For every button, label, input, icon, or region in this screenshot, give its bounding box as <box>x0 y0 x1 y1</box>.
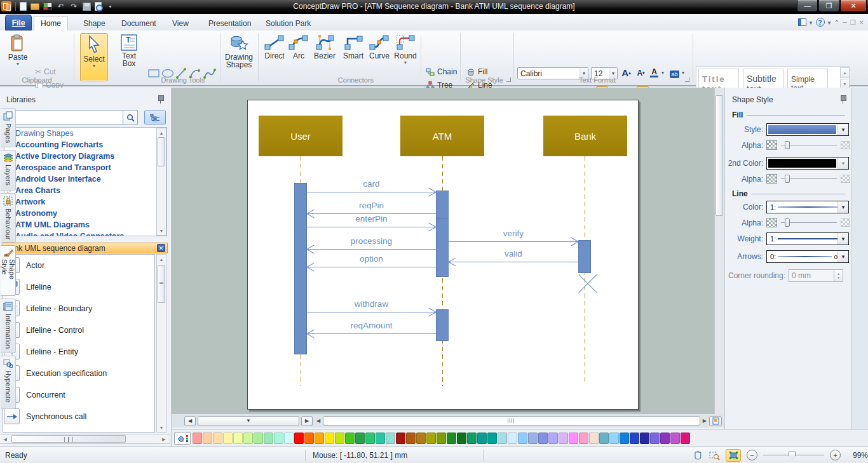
color-swatch[interactable] <box>437 433 446 444</box>
prev-page-button[interactable]: ◀ <box>184 416 196 426</box>
scroll-right-arrow[interactable]: ▶ <box>160 436 168 443</box>
color-swatch[interactable] <box>609 433 619 444</box>
color-swatch[interactable] <box>325 433 334 444</box>
text-box-button[interactable]: T Text Box <box>114 33 144 69</box>
close-library-icon[interactable]: ✕ <box>157 244 165 252</box>
dropdown-chevron[interactable]: ▼ <box>837 251 848 262</box>
zoom-slider[interactable] <box>763 451 824 460</box>
color-swatch[interactable] <box>223 433 233 444</box>
message-reqamount[interactable]: reqAmount <box>307 333 436 334</box>
color-swatch[interactable] <box>528 433 538 444</box>
library-item[interactable]: ▷Android User Interface <box>4 173 166 185</box>
color-swatch[interactable] <box>518 433 527 444</box>
zoom-in-button[interactable]: + <box>830 450 841 460</box>
activation-atm-1[interactable] <box>436 191 449 222</box>
color-swatch[interactable] <box>467 433 477 444</box>
synchronous-call-shape-button[interactable] <box>4 408 20 424</box>
tab-file[interactable]: File <box>5 15 32 30</box>
message-verify[interactable]: verify <box>449 241 578 242</box>
color-swatch[interactable] <box>599 433 609 444</box>
activation-atm-3[interactable] <box>436 309 449 341</box>
color-swatch[interactable] <box>559 433 568 444</box>
hscroll-right-arrow[interactable]: ▶ <box>703 418 707 424</box>
shape-style-dialog-launcher[interactable] <box>506 77 511 82</box>
color-swatch[interactable] <box>335 433 344 444</box>
library-item[interactable]: ▷Audio and Video Connectors <box>4 231 166 236</box>
scroll-up-arrow[interactable]: ▲ <box>158 255 165 263</box>
zoom-area-icon[interactable] <box>709 450 720 460</box>
corner-rounding-spinner[interactable]: ▲▼ <box>834 269 843 282</box>
alpha-checker-icon[interactable] <box>766 218 777 227</box>
library-item[interactable]: ▷Aerospace and Transport <box>4 162 166 173</box>
message-valid[interactable]: valid <box>449 262 578 262</box>
actor-atm-box[interactable]: ATM <box>400 116 484 156</box>
connector-curve-button[interactable]: Curve <box>367 33 391 61</box>
color-swatch[interactable] <box>213 433 222 444</box>
gallery-up-button[interactable]: ▲ <box>840 67 850 78</box>
color-swatch[interactable] <box>447 433 456 444</box>
fill-style-dropdown[interactable]: ▼ <box>766 123 849 136</box>
font-color-button[interactable]: A <box>648 67 660 79</box>
color-swatch[interactable] <box>681 433 690 444</box>
zoom-out-button[interactable]: − <box>747 450 757 460</box>
tab-home[interactable]: Home <box>34 16 68 30</box>
message-card[interactable]: card <box>307 192 436 192</box>
color-swatch[interactable] <box>630 433 639 444</box>
fit-to-window-button[interactable] <box>726 449 741 462</box>
color-swatch[interactable] <box>243 433 253 444</box>
tab-solution-park[interactable]: Solution Park <box>259 16 317 30</box>
shape-item-execution-specification[interactable]: Execution specification <box>4 365 107 381</box>
minimize-button[interactable]: — <box>797 0 818 12</box>
hscroll-left-arrow[interactable]: ◀ <box>316 418 320 424</box>
color-swatch[interactable] <box>254 433 263 444</box>
select-dropdown-chevron[interactable]: ▾ <box>93 64 95 68</box>
color-swatch[interactable] <box>620 433 629 444</box>
slider-thumb[interactable] <box>785 175 790 183</box>
tab-presentation[interactable]: Presentation <box>202 16 257 30</box>
destruction-x-mark[interactable] <box>576 275 593 293</box>
next-page-button[interactable]: ▶ <box>301 416 313 426</box>
side-tab-shape-style[interactable]: Shape Style <box>1 245 16 296</box>
highlight-button[interactable]: ab <box>668 68 681 80</box>
connector-arc-button[interactable]: Arc <box>287 33 310 61</box>
select-button[interactable]: Select ▾ <box>80 33 108 81</box>
color-swatch[interactable] <box>569 433 578 444</box>
message-processing[interactable]: processing <box>307 249 436 250</box>
color-swatch[interactable] <box>670 433 680 444</box>
activation-user[interactable] <box>294 183 307 354</box>
close-button[interactable]: ✕ <box>840 0 867 12</box>
activation-bank[interactable] <box>578 240 591 273</box>
paste-button[interactable]: Paste ▾ <box>4 33 32 67</box>
color-swatch[interactable] <box>274 433 283 444</box>
line-alpha-slider[interactable] <box>781 218 837 227</box>
color-swatch[interactable] <box>386 433 395 444</box>
fit-page-toggle[interactable] <box>709 416 722 426</box>
scroll-down-arrow[interactable]: ▼ <box>158 227 165 234</box>
line-weight-dropdown[interactable]: 1:▼ <box>766 232 849 245</box>
zoom-slider-thumb[interactable] <box>789 452 796 460</box>
actor-user-box[interactable]: User <box>259 116 342 156</box>
side-tab-layers[interactable]: Layers <box>1 150 16 191</box>
message-withdraw[interactable]: withdraw <box>307 312 436 312</box>
scroll-down-arrow[interactable]: ▼ <box>158 424 165 431</box>
library-hscrollbar[interactable]: ◀ ▶ <box>0 434 170 444</box>
page-selector-dropdown[interactable]: ▼ <box>198 416 299 426</box>
scroll-thumb[interactable] <box>715 95 723 216</box>
library-tree-view-button[interactable] <box>144 111 166 124</box>
library-item[interactable]: ▷Astronomy <box>4 208 166 219</box>
scroll-up-arrow[interactable]: ▲ <box>158 129 165 137</box>
color-swatch[interactable] <box>487 433 497 444</box>
color-swatch[interactable] <box>396 433 405 444</box>
color-swatch[interactable] <box>548 433 558 444</box>
doc-minimize-icon[interactable]: ‒ <box>843 18 847 27</box>
paste-dropdown-chevron[interactable]: ▾ <box>17 62 19 66</box>
library-search-button[interactable] <box>123 111 138 124</box>
round-dropdown-chevron[interactable]: ▾ <box>404 61 407 65</box>
color-swatch[interactable] <box>640 433 649 444</box>
fill-alpha-slider[interactable] <box>781 140 837 150</box>
color-swatch[interactable] <box>589 433 599 444</box>
library-item[interactable]: ▷Area Charts <box>4 185 166 196</box>
shape-item-synchronous-call[interactable]: Synchronous call <box>4 408 86 424</box>
pin-icon[interactable] <box>840 95 846 104</box>
color-swatch[interactable] <box>477 433 487 444</box>
